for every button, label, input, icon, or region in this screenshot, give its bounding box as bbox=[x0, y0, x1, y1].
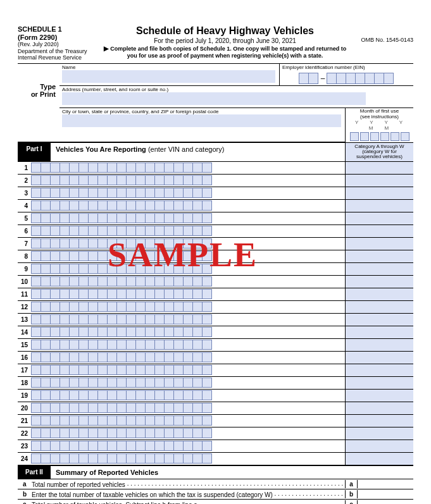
vin-char-box[interactable] bbox=[126, 314, 136, 324]
vin-char-box[interactable] bbox=[154, 403, 165, 413]
vin-char-box[interactable] bbox=[88, 365, 98, 375]
vin-char-box[interactable] bbox=[78, 302, 89, 312]
vin-char-box[interactable] bbox=[135, 327, 146, 337]
vin-char-box[interactable] bbox=[107, 390, 117, 400]
ein-box[interactable] bbox=[374, 73, 384, 84]
vin-char-box[interactable] bbox=[192, 327, 203, 337]
vin-char-box[interactable] bbox=[202, 352, 212, 362]
vin-char-box[interactable] bbox=[107, 200, 117, 211]
vin-char-box[interactable] bbox=[154, 390, 165, 400]
vin-char-box[interactable] bbox=[164, 327, 174, 337]
vin-char-box[interactable] bbox=[192, 415, 203, 426]
vin-char-box[interactable] bbox=[88, 175, 98, 185]
vin-char-box[interactable] bbox=[173, 340, 184, 350]
vin-category-input[interactable] bbox=[345, 187, 413, 199]
vin-char-box[interactable] bbox=[107, 238, 117, 249]
vin-char-box[interactable] bbox=[78, 327, 89, 337]
vin-char-box[interactable] bbox=[31, 365, 41, 375]
vin-char-box[interactable] bbox=[135, 378, 146, 388]
vin-char-box[interactable] bbox=[183, 441, 193, 451]
vin-char-box[interactable] bbox=[78, 390, 89, 400]
vin-char-box[interactable] bbox=[154, 163, 165, 173]
vin-char-box[interactable] bbox=[173, 213, 184, 223]
vin-grid[interactable] bbox=[32, 188, 212, 198]
vin-char-box[interactable] bbox=[50, 200, 60, 211]
vin-char-box[interactable] bbox=[192, 163, 203, 173]
vin-char-box[interactable] bbox=[50, 264, 60, 274]
vin-char-box[interactable] bbox=[173, 238, 184, 249]
vin-char-box[interactable] bbox=[50, 238, 60, 249]
vin-char-box[interactable] bbox=[59, 428, 70, 438]
vin-category-input[interactable] bbox=[345, 352, 413, 364]
vin-char-box[interactable] bbox=[154, 314, 165, 324]
vin-char-box[interactable] bbox=[135, 200, 146, 211]
vin-char-box[interactable] bbox=[116, 188, 127, 198]
vin-char-box[interactable] bbox=[145, 200, 155, 211]
vin-char-box[interactable] bbox=[41, 441, 51, 451]
vin-char-box[interactable] bbox=[88, 340, 98, 350]
vin-char-box[interactable] bbox=[69, 403, 79, 413]
vin-char-box[interactable] bbox=[145, 403, 155, 413]
vin-char-box[interactable] bbox=[97, 188, 108, 198]
vin-char-box[interactable] bbox=[78, 453, 89, 464]
vin-char-box[interactable] bbox=[116, 251, 127, 261]
vin-char-box[interactable] bbox=[59, 378, 70, 388]
vin-char-box[interactable] bbox=[135, 238, 146, 249]
vin-char-box[interactable] bbox=[31, 314, 41, 324]
vin-char-box[interactable] bbox=[145, 163, 155, 173]
vin-char-box[interactable] bbox=[88, 403, 98, 413]
vin-char-box[interactable] bbox=[88, 238, 98, 249]
vin-char-box[interactable] bbox=[154, 226, 165, 236]
vin-category-input[interactable] bbox=[345, 326, 413, 338]
vin-grid[interactable] bbox=[32, 453, 212, 464]
vin-char-box[interactable] bbox=[192, 238, 203, 249]
vin-char-box[interactable] bbox=[88, 264, 98, 274]
vin-char-box[interactable] bbox=[50, 175, 60, 185]
vin-char-box[interactable] bbox=[97, 415, 108, 426]
vin-char-box[interactable] bbox=[202, 276, 212, 286]
vin-char-box[interactable] bbox=[116, 163, 127, 173]
vin-char-box[interactable] bbox=[107, 441, 117, 451]
vin-char-box[interactable] bbox=[116, 428, 127, 438]
vin-char-box[interactable] bbox=[126, 175, 136, 185]
vin-char-box[interactable] bbox=[69, 302, 79, 312]
vin-char-box[interactable] bbox=[59, 238, 70, 249]
vin-char-box[interactable] bbox=[202, 428, 212, 438]
vin-char-box[interactable] bbox=[41, 428, 51, 438]
vin-char-box[interactable] bbox=[50, 390, 60, 400]
vin-char-box[interactable] bbox=[78, 403, 89, 413]
vin-char-box[interactable] bbox=[126, 340, 136, 350]
vin-char-box[interactable] bbox=[135, 428, 146, 438]
vin-category-input[interactable] bbox=[345, 263, 413, 275]
vin-char-box[interactable] bbox=[126, 302, 136, 312]
vin-char-box[interactable] bbox=[192, 302, 203, 312]
vin-char-box[interactable] bbox=[78, 175, 89, 185]
vin-char-box[interactable] bbox=[183, 403, 193, 413]
vin-char-box[interactable] bbox=[126, 327, 136, 337]
vin-char-box[interactable] bbox=[202, 302, 212, 312]
vin-char-box[interactable] bbox=[164, 352, 174, 362]
ein-box[interactable] bbox=[299, 73, 309, 84]
vin-char-box[interactable] bbox=[164, 289, 174, 299]
vin-char-box[interactable] bbox=[116, 276, 127, 286]
vin-char-box[interactable] bbox=[135, 302, 146, 312]
vin-char-box[interactable] bbox=[107, 251, 117, 261]
vin-char-box[interactable] bbox=[69, 188, 79, 198]
vin-char-box[interactable] bbox=[202, 238, 212, 249]
vin-char-box[interactable] bbox=[192, 340, 203, 350]
vin-char-box[interactable] bbox=[173, 276, 184, 286]
vin-char-box[interactable] bbox=[107, 365, 117, 375]
vin-char-box[interactable] bbox=[59, 352, 70, 362]
vin-char-box[interactable] bbox=[192, 352, 203, 362]
vin-char-box[interactable] bbox=[183, 340, 193, 350]
vin-char-box[interactable] bbox=[135, 403, 146, 413]
vin-char-box[interactable] bbox=[173, 188, 184, 198]
vin-char-box[interactable] bbox=[164, 415, 174, 426]
vin-char-box[interactable] bbox=[145, 390, 155, 400]
vin-char-box[interactable] bbox=[173, 200, 184, 211]
vin-char-box[interactable] bbox=[78, 264, 89, 274]
vin-char-box[interactable] bbox=[183, 238, 193, 249]
vin-char-box[interactable] bbox=[202, 163, 212, 173]
vin-grid[interactable] bbox=[32, 302, 212, 312]
vin-char-box[interactable] bbox=[116, 213, 127, 223]
